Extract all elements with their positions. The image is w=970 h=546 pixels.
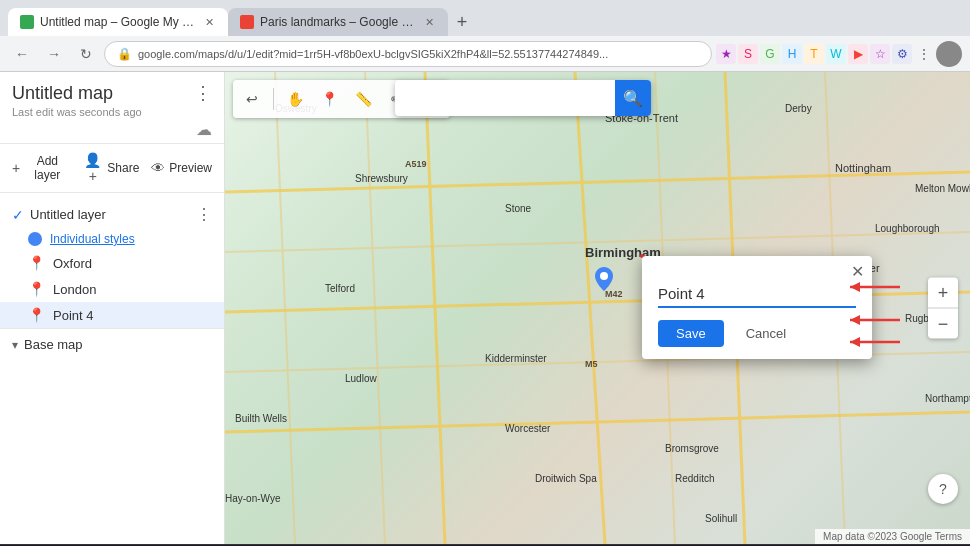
birmingham-marker[interactable] [595, 267, 613, 294]
place-marker-icon-london: 📍 [28, 281, 45, 297]
svg-text:Derby: Derby [785, 103, 812, 114]
zoom-out-button[interactable]: − [928, 309, 958, 339]
zoom-in-button[interactable]: + [928, 278, 958, 308]
sidebar: Untitled map ⋮ Last edit was seconds ago… [0, 72, 225, 544]
select-tool-button[interactable]: ✋ [280, 84, 310, 114]
svg-text:Worcester: Worcester [505, 423, 551, 434]
address-bar[interactable]: 🔒 google.com/maps/d/u/1/edit?mid=1rr5H-v… [104, 41, 712, 67]
svg-text:Loughborough: Loughborough [875, 223, 940, 234]
map-area[interactable]: Birmingham Stoke-on-Trent Derby Nottingh… [225, 72, 970, 544]
tab-favicon-1 [20, 15, 34, 29]
preview-label: Preview [169, 161, 212, 175]
layer-header[interactable]: ✓ Untitled layer ⋮ [0, 201, 224, 228]
add-layer-button[interactable]: + Add layer [12, 154, 70, 182]
ext-icon-8[interactable]: ☆ [870, 44, 890, 64]
browser-chrome: Untitled map – Google My Maps ✕ Paris la… [0, 0, 970, 72]
place-marker-icon-point4: 📍 [28, 307, 45, 323]
tab-close-1[interactable]: ✕ [203, 14, 216, 31]
svg-line-0 [225, 172, 970, 192]
sidebar-actions: + Add layer 👤+ Share 👁 Preview [0, 144, 224, 193]
map-help-button[interactable]: ? [928, 474, 958, 504]
tab-title-2: Paris landmarks – Google My Maps [260, 15, 417, 29]
ext-icon-2[interactable]: S [738, 44, 758, 64]
svg-text:Stone: Stone [505, 203, 532, 214]
ext-icon-7[interactable]: ▶ [848, 44, 868, 64]
place-name-oxford: Oxford [53, 256, 92, 271]
address-text: google.com/maps/d/u/1/edit?mid=1rr5H-vf8… [138, 48, 699, 60]
new-tab-button[interactable]: + [448, 8, 476, 36]
layer-check-icon: ✓ [12, 207, 24, 223]
edit-dialog-close-button[interactable]: ✕ [851, 262, 864, 281]
place-item-london[interactable]: 📍 London [0, 276, 224, 302]
back-button[interactable]: ← [8, 40, 36, 68]
svg-text:M5: M5 [585, 359, 598, 369]
svg-point-40 [600, 272, 608, 280]
share-button[interactable]: 👤+ Share [82, 152, 139, 184]
toolbar-separator-1 [273, 88, 274, 110]
point-name-input[interactable] [658, 281, 856, 308]
tab-bar: Untitled map – Google My Maps ✕ Paris la… [0, 0, 970, 36]
map-title: Untitled map [12, 83, 113, 104]
place-name-london: London [53, 282, 96, 297]
last-edit-text: Last edit was seconds ago [12, 106, 212, 118]
base-map-section: ▾ Base map [0, 328, 224, 360]
menu-button[interactable]: ⋮ [914, 44, 934, 64]
place-name-point4: Point 4 [53, 308, 93, 323]
tab-paris-landmarks[interactable]: Paris landmarks – Google My Maps ✕ [228, 8, 448, 36]
map-search-input[interactable] [395, 83, 615, 114]
layer-menu-button[interactable]: ⋮ [196, 205, 212, 224]
svg-text:Kidderminster: Kidderminster [485, 353, 547, 364]
profile-avatar[interactable] [936, 41, 962, 67]
preview-button[interactable]: 👁 Preview [151, 160, 212, 176]
edit-dialog: ✕ Save Cancel [642, 256, 872, 359]
ext-icon-4[interactable]: H [782, 44, 802, 64]
place-item-oxford[interactable]: 📍 Oxford [0, 250, 224, 276]
measure-tool-button[interactable]: 📏 [348, 84, 378, 114]
browser-controls: ← → ↻ 🔒 google.com/maps/d/u/1/edit?mid=1… [0, 36, 970, 72]
pin-tool-button[interactable]: 📍 [314, 84, 344, 114]
map-attribution: Map data ©2023 Google Terms [815, 529, 970, 544]
place-item-point4[interactable]: 📍 Point 4 [0, 302, 224, 328]
map-search-bar: 🔍 [395, 80, 651, 116]
tab-title-1: Untitled map – Google My Maps [40, 15, 197, 29]
layer-style-row[interactable]: Individual styles [0, 228, 224, 250]
sidebar-title-row: Untitled map ⋮ [12, 82, 212, 104]
svg-text:Hay-on-Wye: Hay-on-Wye [225, 493, 281, 504]
svg-text:Droitwich Spa: Droitwich Spa [535, 473, 597, 484]
undo-tool-button[interactable]: ↩ [237, 84, 267, 114]
search-icon: 🔍 [623, 89, 643, 108]
layer-title: Untitled layer [30, 207, 196, 222]
browser-extensions: ★ S G H T W ▶ ☆ ⚙ ⋮ [716, 41, 962, 67]
place-marker-icon-oxford: 📍 [28, 255, 45, 271]
attribution-text: Map data ©2023 Google Terms [823, 531, 962, 542]
ext-icon-9[interactable]: ⚙ [892, 44, 912, 64]
edit-dialog-actions: Save Cancel [658, 320, 856, 347]
refresh-button[interactable]: ↻ [72, 40, 100, 68]
base-map-header[interactable]: ▾ Base map [12, 337, 212, 352]
svg-text:Northampton: Northampton [925, 393, 970, 404]
svg-text:Builth Wells: Builth Wells [235, 413, 287, 424]
ext-icon-1[interactable]: ★ [716, 44, 736, 64]
edit-dialog-cancel-button[interactable]: Cancel [732, 320, 800, 347]
svg-text:Ludlow: Ludlow [345, 373, 377, 384]
preview-icon: 👁 [151, 160, 165, 176]
map-zoom-controls: + − [928, 278, 958, 339]
tab-untitled-map[interactable]: Untitled map – Google My Maps ✕ [8, 8, 228, 36]
style-circle-icon [28, 232, 42, 246]
sidebar-content: ✓ Untitled layer ⋮ Individual styles 📍 O… [0, 193, 224, 544]
map-search-button[interactable]: 🔍 [615, 80, 651, 116]
ext-icon-6[interactable]: W [826, 44, 846, 64]
forward-button[interactable]: → [40, 40, 68, 68]
share-label: Share [107, 161, 139, 175]
edit-dialog-save-button[interactable]: Save [658, 320, 724, 347]
sidebar-map-menu-button[interactable]: ⋮ [194, 82, 212, 104]
base-map-label: Base map [24, 337, 83, 352]
ext-icon-3[interactable]: G [760, 44, 780, 64]
layer-style-label: Individual styles [50, 232, 135, 246]
svg-text:Melton Mowbray: Melton Mowbray [915, 183, 970, 194]
sidebar-header: Untitled map ⋮ Last edit was seconds ago… [0, 72, 224, 144]
ext-icon-5[interactable]: T [804, 44, 824, 64]
svg-text:Redditch: Redditch [675, 473, 714, 484]
tab-close-2[interactable]: ✕ [423, 14, 436, 31]
svg-text:Bromsgrove: Bromsgrove [665, 443, 719, 454]
